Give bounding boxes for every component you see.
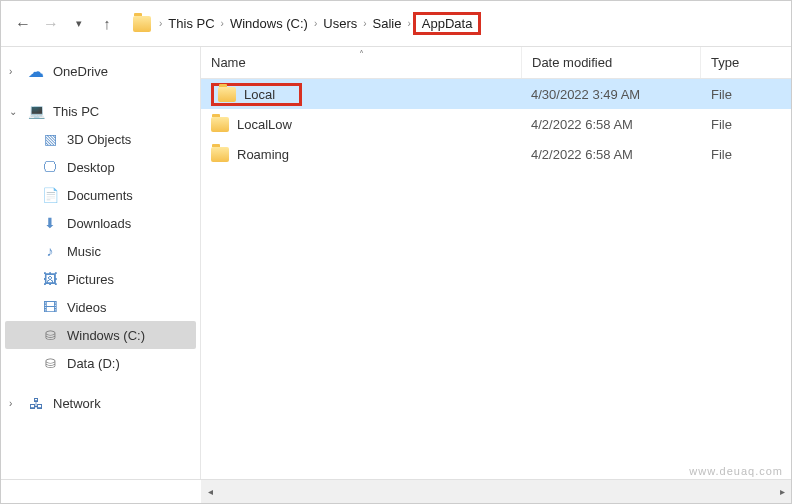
- sidebar-item-downloads[interactable]: ⬇Downloads: [5, 209, 196, 237]
- sidebar-item-label: Data (D:): [67, 356, 120, 371]
- sidebar-item-label: Windows (C:): [67, 328, 145, 343]
- sidebar-item-label: Network: [53, 396, 101, 411]
- cube-icon: ▧: [41, 131, 59, 147]
- cloud-icon: ☁: [27, 63, 45, 79]
- forward-button[interactable]: →: [39, 12, 63, 36]
- sidebar-item-pictures[interactable]: 🖼Pictures: [5, 265, 196, 293]
- chevron-right-icon: ›: [406, 18, 413, 29]
- item-type: File: [701, 87, 791, 102]
- picture-icon: 🖼: [41, 271, 59, 287]
- folder-icon: [218, 87, 236, 102]
- drive-icon: ⛁: [41, 327, 59, 343]
- sidebar-item-music[interactable]: ♪Music: [5, 237, 196, 265]
- sidebar-item-videos[interactable]: 🎞Videos: [5, 293, 196, 321]
- item-type: File: [701, 147, 791, 162]
- folder-icon: [211, 117, 229, 132]
- list-item[interactable]: Local 4/30/2022 3:49 AM File: [201, 79, 791, 109]
- item-date: 4/2/2022 6:58 AM: [521, 147, 701, 162]
- highlight-box: Local: [211, 83, 302, 106]
- folder-icon: [133, 16, 151, 32]
- column-headers: ˄Name Date modified Type: [201, 47, 791, 79]
- item-type: File: [701, 117, 791, 132]
- breadcrumb-item-current[interactable]: AppData: [413, 12, 482, 35]
- document-icon: 📄: [41, 187, 59, 203]
- sidebar-item-this-pc[interactable]: ⌄ 💻 This PC: [5, 97, 196, 125]
- sidebar-item-label: 3D Objects: [67, 132, 131, 147]
- scroll-track[interactable]: [219, 485, 773, 499]
- sidebar-item-label: OneDrive: [53, 64, 108, 79]
- sidebar-item-label: Desktop: [67, 160, 115, 175]
- column-name[interactable]: ˄Name: [201, 47, 521, 78]
- music-icon: ♪: [41, 243, 59, 259]
- breadcrumb-item[interactable]: Users: [319, 14, 361, 33]
- item-name: LocalLow: [237, 117, 292, 132]
- scroll-right-icon[interactable]: ▸: [773, 480, 791, 503]
- breadcrumb-item[interactable]: This PC: [164, 14, 218, 33]
- sidebar-item-drive-d[interactable]: ⛁Data (D:): [5, 349, 196, 377]
- file-list: Local 4/30/2022 3:49 AM File LocalLow 4/…: [201, 79, 791, 479]
- sidebar-item-label: Music: [67, 244, 101, 259]
- sidebar-item-onedrive[interactable]: › ☁ OneDrive: [5, 57, 196, 85]
- recent-dropdown-icon[interactable]: ▾: [67, 12, 91, 36]
- list-item[interactable]: LocalLow 4/2/2022 6:58 AM File: [201, 109, 791, 139]
- item-date: 4/2/2022 6:58 AM: [521, 117, 701, 132]
- item-name: Local: [244, 87, 275, 102]
- watermark-text: www.deuaq.com: [689, 465, 783, 477]
- sidebar-item-label: Videos: [67, 300, 107, 315]
- folder-icon: [211, 147, 229, 162]
- pc-icon: 💻: [27, 103, 45, 119]
- desktop-icon: 🖵: [41, 159, 59, 175]
- download-icon: ⬇: [41, 215, 59, 231]
- chevron-right-icon: ›: [219, 18, 226, 29]
- network-icon: 🖧: [27, 395, 45, 411]
- sidebar-item-documents[interactable]: 📄Documents: [5, 181, 196, 209]
- column-date[interactable]: Date modified: [521, 47, 701, 78]
- column-type[interactable]: Type: [701, 47, 791, 78]
- chevron-right-icon: ›: [361, 18, 368, 29]
- chevron-right-icon: ›: [9, 398, 19, 409]
- back-button[interactable]: ←: [11, 12, 35, 36]
- sort-asc-icon: ˄: [359, 49, 364, 60]
- scroll-left-icon[interactable]: ◂: [201, 480, 219, 503]
- chevron-right-icon: ›: [9, 66, 19, 77]
- chevron-right-icon: ›: [157, 18, 164, 29]
- chevron-down-icon: ⌄: [9, 106, 19, 117]
- sidebar-item-drive-c[interactable]: ⛁Windows (C:): [5, 321, 196, 349]
- drive-icon: ⛁: [41, 355, 59, 371]
- navigation-pane: › ☁ OneDrive ⌄ 💻 This PC ▧3D Objects 🖵De…: [1, 47, 201, 479]
- horizontal-scrollbar[interactable]: ◂ ▸: [201, 480, 791, 503]
- breadcrumb-item[interactable]: Windows (C:): [226, 14, 312, 33]
- sidebar-item-label: Documents: [67, 188, 133, 203]
- sidebar-item-label: This PC: [53, 104, 99, 119]
- breadcrumb-item[interactable]: Salie: [369, 14, 406, 33]
- breadcrumb[interactable]: › This PC › Windows (C:) › Users › Salie…: [133, 9, 481, 39]
- item-date: 4/30/2022 3:49 AM: [521, 87, 701, 102]
- chevron-right-icon: ›: [312, 18, 319, 29]
- sidebar-item-desktop[interactable]: 🖵Desktop: [5, 153, 196, 181]
- sidebar-item-3d[interactable]: ▧3D Objects: [5, 125, 196, 153]
- sidebar-item-label: Downloads: [67, 216, 131, 231]
- sidebar-item-label: Pictures: [67, 272, 114, 287]
- sidebar-item-network[interactable]: › 🖧 Network: [5, 389, 196, 417]
- up-button[interactable]: ↑: [95, 12, 119, 36]
- item-name: Roaming: [237, 147, 289, 162]
- video-icon: 🎞: [41, 299, 59, 315]
- list-item[interactable]: Roaming 4/2/2022 6:58 AM File: [201, 139, 791, 169]
